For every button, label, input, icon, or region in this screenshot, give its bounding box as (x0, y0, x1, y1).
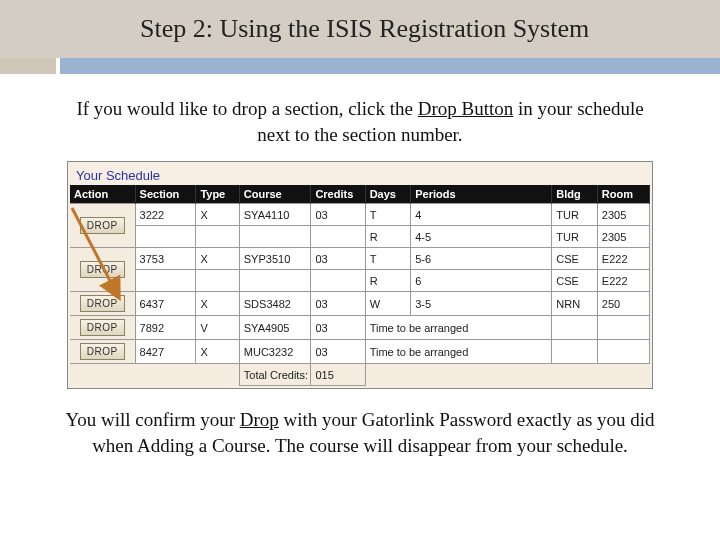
cell-periods: 5-6 (411, 248, 552, 270)
cell-type: X (196, 204, 239, 226)
cell-bldg: CSE (552, 270, 598, 292)
cell-periods: 3-5 (411, 292, 552, 316)
cell-time-tba: Time to be arranged (365, 316, 552, 340)
th-days: Days (365, 185, 411, 204)
drop-button[interactable]: DROP (80, 217, 125, 234)
table-row: DROP6437XSDS348203W3-5NRN250 (70, 292, 650, 316)
cell-credits: 03 (311, 248, 365, 270)
th-action: Action (70, 185, 135, 204)
th-periods: Periods (411, 185, 552, 204)
cell-action: DROP (70, 340, 135, 364)
cell-room: 2305 (597, 226, 649, 248)
cell-section: 3222 (135, 204, 196, 226)
cell-bldg (552, 340, 598, 364)
cell-section (135, 226, 196, 248)
cell-bldg: TUR (552, 226, 598, 248)
cell-action: DROP (70, 316, 135, 340)
cell-type: V (196, 316, 239, 340)
drop-button[interactable]: DROP (80, 319, 125, 336)
accent-bar (0, 58, 720, 74)
cell-periods: 4-5 (411, 226, 552, 248)
cell-credits: 03 (311, 204, 365, 226)
instruction-top: If you would like to drop a section, cli… (62, 96, 658, 147)
table-total-row: Total Credits:015 (70, 364, 650, 386)
cell-action: DROP (70, 248, 135, 292)
cell-section: 3753 (135, 248, 196, 270)
drop-button[interactable]: DROP (80, 295, 125, 312)
cell-type: X (196, 248, 239, 270)
slide-title: Step 2: Using the ISIS Registration Syst… (0, 0, 720, 58)
schedule-table: Action Section Type Course Credits Days … (70, 185, 650, 386)
cell-days: R (365, 270, 411, 292)
cell-section: 7892 (135, 316, 196, 340)
cell-room (597, 316, 649, 340)
cell-days: W (365, 292, 411, 316)
table-row: R4-5TUR2305 (70, 226, 650, 248)
cell-section (135, 270, 196, 292)
table-row: DROP7892VSYA490503Time to be arranged (70, 316, 650, 340)
cell-type (196, 226, 239, 248)
cell-time-tba: Time to be arranged (365, 340, 552, 364)
cell-section: 6437 (135, 292, 196, 316)
table-row: DROP3753XSYP351003T5-6CSEE222 (70, 248, 650, 270)
cell-bldg (552, 316, 598, 340)
cell-blank (365, 364, 649, 386)
total-value: 015 (311, 364, 365, 386)
cell-days: T (365, 204, 411, 226)
drop-button[interactable]: DROP (80, 261, 125, 278)
text-underline: Drop (240, 409, 279, 430)
cell-credits (311, 226, 365, 248)
table-header-row: Action Section Type Course Credits Days … (70, 185, 650, 204)
cell-room: E222 (597, 270, 649, 292)
cell-room: 250 (597, 292, 649, 316)
cell-room: 2305 (597, 204, 649, 226)
cell-days: R (365, 226, 411, 248)
cell-section: 8427 (135, 340, 196, 364)
cell-course: SYA4110 (239, 204, 311, 226)
cell-credits: 03 (311, 340, 365, 364)
cell-course: SDS3482 (239, 292, 311, 316)
cell-bldg: CSE (552, 248, 598, 270)
cell-room: E222 (597, 248, 649, 270)
schedule-title: Your Schedule (70, 164, 650, 185)
th-section: Section (135, 185, 196, 204)
cell-type: X (196, 340, 239, 364)
cell-credits: 03 (311, 316, 365, 340)
th-course: Course (239, 185, 311, 204)
cell-credits: 03 (311, 292, 365, 316)
cell-bldg: TUR (552, 204, 598, 226)
cell-type: X (196, 292, 239, 316)
th-type: Type (196, 185, 239, 204)
table-row: R6CSEE222 (70, 270, 650, 292)
cell-periods: 6 (411, 270, 552, 292)
cell-type (196, 270, 239, 292)
cell-credits (311, 270, 365, 292)
cell-periods: 4 (411, 204, 552, 226)
table-row: DROP3222XSYA411003T4TUR2305 (70, 204, 650, 226)
cell-course: SYP3510 (239, 248, 311, 270)
cell-room (597, 340, 649, 364)
cell-days: T (365, 248, 411, 270)
cell-course: SYA4905 (239, 316, 311, 340)
cell-course: MUC3232 (239, 340, 311, 364)
table-row: DROP8427XMUC323203Time to be arranged (70, 340, 650, 364)
text-underline: Drop Button (418, 98, 514, 119)
cell-action: DROP (70, 292, 135, 316)
th-room: Room (597, 185, 649, 204)
drop-button[interactable]: DROP (80, 343, 125, 360)
total-label: Total Credits: (239, 364, 311, 386)
cell-course (239, 226, 311, 248)
cell-course (239, 270, 311, 292)
text: You will confirm your (65, 409, 239, 430)
th-credits: Credits (311, 185, 365, 204)
cell-blank (70, 364, 239, 386)
th-bldg: Bldg (552, 185, 598, 204)
schedule-panel: Your Schedule Action Section Type Course… (67, 161, 653, 389)
cell-action: DROP (70, 204, 135, 248)
instruction-bottom: You will confirm your Drop with your Gat… (62, 407, 658, 458)
cell-bldg: NRN (552, 292, 598, 316)
text: If you would like to drop a section, cli… (76, 98, 417, 119)
